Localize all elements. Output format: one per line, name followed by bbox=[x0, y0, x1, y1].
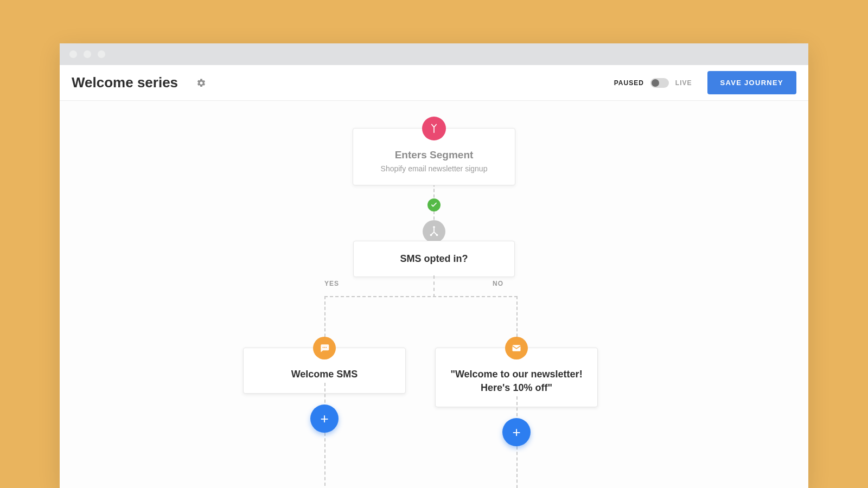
condition-card[interactable]: SMS opted in? bbox=[353, 241, 515, 277]
plus-icon: + bbox=[512, 424, 520, 441]
window-dot-icon bbox=[84, 50, 91, 58]
svg-point-0 bbox=[433, 226, 435, 228]
status-toggle-group: PAUSED LIVE bbox=[614, 78, 692, 88]
app-window: Welcome series PAUSED LIVE SAVE JOURNEY … bbox=[60, 43, 808, 488]
trigger-title: Enters Segment bbox=[364, 149, 504, 161]
gear-icon[interactable] bbox=[196, 78, 206, 88]
svg-point-1 bbox=[430, 234, 432, 236]
trigger-subtitle: Shopify email newsletter signup bbox=[364, 164, 504, 173]
trigger-card[interactable]: Enters Segment Shopify email newsletter … bbox=[353, 128, 515, 185]
plus-icon: + bbox=[320, 410, 328, 427]
mail-icon bbox=[505, 337, 528, 359]
check-icon bbox=[427, 198, 441, 211]
svg-point-4 bbox=[324, 347, 325, 348]
sms-icon bbox=[313, 337, 336, 359]
page-header: Welcome series PAUSED LIVE SAVE JOURNEY bbox=[60, 65, 808, 101]
add-step-right-button[interactable]: + bbox=[502, 418, 531, 446]
window-titlebar bbox=[60, 43, 808, 65]
connector-line bbox=[324, 296, 518, 297]
window-dot-icon bbox=[98, 50, 105, 58]
add-step-left-button[interactable]: + bbox=[310, 404, 339, 433]
action-email-title: "Welcome to our newsletter! Here's 10% o… bbox=[446, 368, 586, 395]
condition-title: SMS opted in? bbox=[365, 253, 503, 265]
window-dot-icon bbox=[69, 50, 77, 58]
connector-line bbox=[433, 275, 435, 297]
connector-line bbox=[324, 383, 326, 486]
journey-canvas[interactable]: Enters Segment Shopify email newsletter … bbox=[60, 101, 808, 488]
page-title: Welcome series bbox=[72, 74, 178, 91]
split-badge-icon bbox=[423, 220, 445, 243]
svg-point-3 bbox=[323, 347, 324, 348]
status-live-label: LIVE bbox=[675, 79, 692, 87]
trigger-badge-icon bbox=[422, 117, 446, 140]
svg-point-5 bbox=[326, 347, 327, 348]
save-journey-button[interactable]: SAVE JOURNEY bbox=[707, 71, 797, 94]
status-toggle[interactable] bbox=[650, 78, 669, 88]
svg-point-2 bbox=[436, 234, 438, 236]
yes-label: YES bbox=[324, 280, 339, 287]
status-paused-label: PAUSED bbox=[614, 79, 644, 87]
action-sms-title: Welcome SMS bbox=[254, 368, 394, 381]
no-label: NO bbox=[493, 280, 503, 287]
